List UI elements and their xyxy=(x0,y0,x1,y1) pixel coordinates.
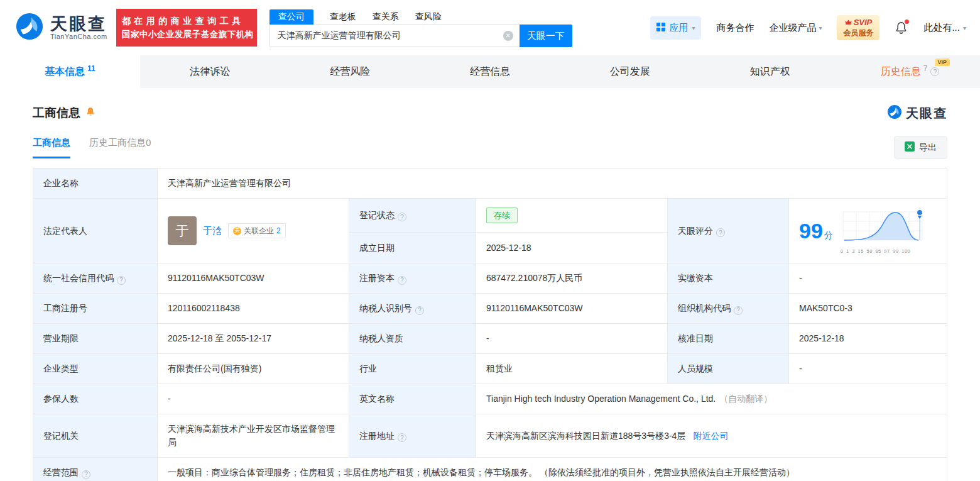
legal-rep-label: 法定代表人 xyxy=(33,199,158,263)
help-icon[interactable]: ? xyxy=(398,213,406,221)
reg-authority-value: 天津滨海高新技术产业开发区市场监督管理局 xyxy=(158,414,349,458)
reg-number-value: 120116002118438 xyxy=(158,294,349,324)
nav-tab-label: 法律诉讼 xyxy=(190,65,230,79)
brand-text: 天眼查 TianYanCha.com xyxy=(50,15,107,40)
search-tab-boss[interactable]: 查老板 xyxy=(330,9,356,25)
label-text: 注册资本 xyxy=(359,273,395,283)
credit-code-label: 统一社会信用代码? xyxy=(33,263,158,294)
taxpayer-quality-value: - xyxy=(476,324,668,354)
export-button[interactable]: 导出 xyxy=(894,136,947,159)
staff-size-value: - xyxy=(789,354,947,384)
clear-search-icon[interactable]: ✕ xyxy=(503,31,513,41)
search-input[interactable] xyxy=(270,25,520,47)
business-scope-label: 经营范围? xyxy=(33,458,158,481)
nav-tab-intellectual-property[interactable]: 知识产权 xyxy=(700,55,840,88)
tianyancha-watermark-logo: 天眼查 xyxy=(887,104,947,122)
tianyancha-logo-icon xyxy=(887,104,902,122)
notification-bell-icon[interactable] xyxy=(895,21,908,35)
svip-member-service[interactable]: SVIP 会员服务 xyxy=(837,15,879,40)
watermark-brand-name: 天眼查 xyxy=(906,105,947,122)
nav-tab-label: 经营风险 xyxy=(330,65,370,79)
search-area: 查公司 查老板 查关系 查风险 ✕ 天眼一下 xyxy=(270,8,572,47)
help-icon[interactable]: ? xyxy=(930,67,939,76)
help-icon[interactable]: ? xyxy=(415,306,424,315)
establish-date-label: 成立日期 xyxy=(349,232,476,263)
score-trend-chart: 0 1 3 15 50 85 97 99 100 xyxy=(841,207,926,255)
help-icon[interactable]: ? xyxy=(82,470,90,479)
establish-date-value: 2025-12-18 xyxy=(476,232,668,263)
nearby-companies-link[interactable]: 附近公司 xyxy=(693,431,728,441)
nav-tab-history-info[interactable]: VIP 历史信息 7 ? xyxy=(840,55,980,88)
reg-address-text: 天津滨海高新区滨海科技园日新道188号3号楼3-4层 xyxy=(486,431,685,441)
svip-label: SVIP xyxy=(854,18,873,28)
chevron-down-icon: ▾ xyxy=(819,25,822,31)
industry-value: 租赁业 xyxy=(476,354,668,384)
help-icon[interactable]: ? xyxy=(734,306,743,315)
reg-capital-value: 687472.210078万人民币 xyxy=(476,263,668,294)
search-tab-risk[interactable]: 查风险 xyxy=(415,9,442,25)
search-tab-company[interactable]: 查公司 xyxy=(270,9,313,25)
nav-tab-label: 经营信息 xyxy=(470,65,510,79)
legal-rep-avatar[interactable]: 于 xyxy=(168,216,197,245)
label-text: 登记状态 xyxy=(359,210,395,220)
label-text: 经营范围 xyxy=(43,467,79,477)
taxpayer-id-value: 91120116MAK50TC03W xyxy=(476,294,668,324)
table-row: 参保人数 - 英文名称 Tianjin High tech Industry O… xyxy=(33,384,947,414)
table-row: 企业类型 有限责任公司(国有独资) 行业 租赁业 人员规模 - xyxy=(33,354,947,384)
label-text: 统一社会信用代码 xyxy=(43,273,114,283)
subtab-business-info[interactable]: 工商信息 xyxy=(33,137,70,158)
user-menu[interactable]: 此处有... ▾ xyxy=(923,22,966,34)
help-icon[interactable]: ? xyxy=(716,228,725,237)
english-name-value: Tianjin High tech Industry Operation Man… xyxy=(476,384,947,414)
subscribe-bell-icon[interactable] xyxy=(85,106,95,120)
promo-banner: 都在用的商业查询工具 国家中小企业发展子基金旗下机构 xyxy=(116,9,257,47)
section-title: 工商信息 xyxy=(33,105,80,121)
nav-tab-company-development[interactable]: 公司发展 xyxy=(560,55,700,88)
tianyancha-logo[interactable]: 天眼查 TianYanCha.com xyxy=(15,12,107,43)
credit-code-value: 91120116MAK50TC03W xyxy=(158,263,349,294)
search-button[interactable]: 天眼一下 xyxy=(520,25,572,47)
help-icon[interactable]: ? xyxy=(117,276,126,285)
nav-tab-basic-info[interactable]: 基本信息 11 xyxy=(0,55,140,88)
apps-grid-icon xyxy=(656,23,665,33)
business-registration-table: 企业名称 天津高新产业运营管理有限公司 法定代表人 于 于浛 关 关联企业 2 xyxy=(33,168,947,481)
enterprise-products-label: 企业级产品 xyxy=(769,22,816,34)
nav-tab-operating-info[interactable]: 经营信息 xyxy=(420,55,560,88)
reg-authority-label: 登记机关 xyxy=(33,414,158,458)
business-scope-value: 一般项目：商业综合体管理服务；住房租赁；非居住房地产租赁；机械设备租赁；停车场服… xyxy=(158,458,947,481)
crown-icon xyxy=(845,18,852,28)
legal-rep-name-link[interactable]: 于浛 xyxy=(203,224,222,238)
apps-menu[interactable]: 应用 ▾ xyxy=(650,16,701,40)
status-badge: 存续 xyxy=(486,207,518,224)
top-header: 天眼查 TianYanCha.com 都在用的商业查询工具 国家中小企业发展子基… xyxy=(0,0,980,55)
nav-tab-label: 历史信息 xyxy=(881,65,921,79)
search-tabs: 查公司 查老板 查关系 查风险 xyxy=(270,8,572,25)
enterprise-products-link[interactable]: 企业级产品 ▾ xyxy=(769,22,822,34)
score-label: 天眼评分? xyxy=(668,199,789,263)
company-name-value: 天津高新产业运营管理有限公司 xyxy=(158,169,947,199)
org-code-label: 组织机构代码? xyxy=(668,294,789,324)
help-icon[interactable]: ? xyxy=(398,276,406,285)
nav-tab-legal-proceedings[interactable]: 法律诉讼 xyxy=(140,55,280,88)
nav-tab-label: 公司发展 xyxy=(610,65,650,79)
search-tab-relation[interactable]: 查关系 xyxy=(373,9,399,25)
staff-size-label: 人员规模 xyxy=(668,354,789,384)
nav-tab-operating-risk[interactable]: 经营风险 xyxy=(280,55,420,88)
help-icon[interactable]: ? xyxy=(398,433,406,442)
reg-status-label: 登记状态? xyxy=(349,199,476,233)
related-companies-label: 关联企业 xyxy=(244,225,274,236)
reg-number-label: 工商注册号 xyxy=(33,294,158,324)
member-service-label: 会员服务 xyxy=(843,28,873,38)
nav-tab-label: 知识产权 xyxy=(750,65,790,79)
table-row: 法定代表人 于 于浛 关 关联企业 2 登记状态? xyxy=(33,199,947,233)
relation-icon: 关 xyxy=(233,227,241,235)
company-type-value: 有限责任公司(国有独资) xyxy=(158,354,349,384)
related-companies-chip[interactable]: 关 关联企业 2 xyxy=(228,223,286,238)
export-label: 导出 xyxy=(919,142,937,153)
score-unit: 分 xyxy=(824,230,833,240)
reg-address-label: 注册地址? xyxy=(349,414,476,458)
subtab-history-business-info[interactable]: 历史工商信息0 xyxy=(89,137,151,158)
business-cooperation-link[interactable]: 商务合作 xyxy=(716,22,754,34)
table-row: 经营范围? 一般项目：商业综合体管理服务；住房租赁；非居住房地产租赁；机械设备租… xyxy=(33,458,947,481)
promo-line2: 国家中小企业发展子基金旗下机构 xyxy=(122,28,251,41)
